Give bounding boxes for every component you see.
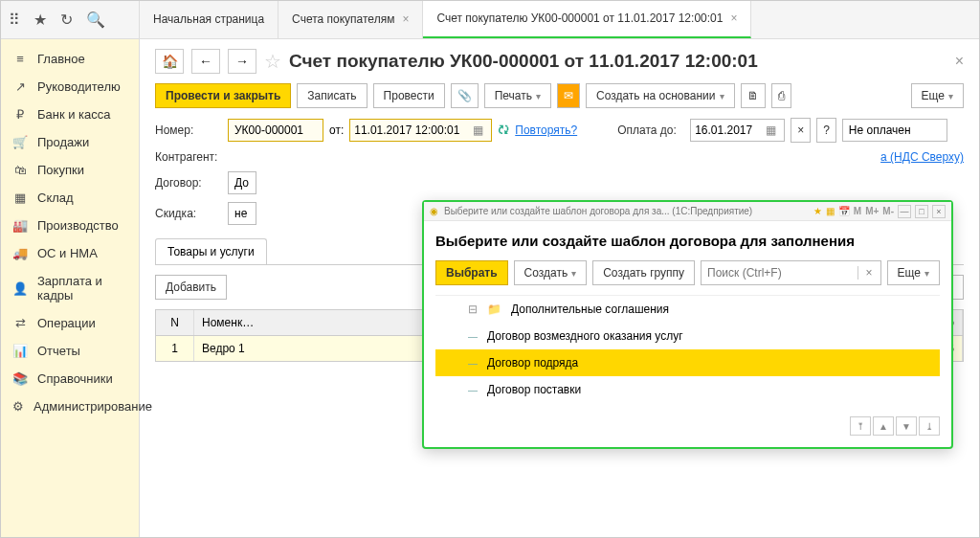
tab-label: Счет покупателю УК00-000001 от 11.01.201… (436, 11, 723, 27)
pay-date-wrap[interactable]: ▦ (690, 119, 785, 142)
m-minus-button[interactable]: M- (882, 206, 894, 216)
clip-button[interactable]: ⎙ (771, 83, 791, 108)
grid-icon: ▦ (12, 191, 28, 205)
nav-up-button[interactable]: ▲ (873, 416, 894, 436)
close-icon[interactable]: × (730, 11, 737, 27)
home-button[interactable]: 🏠 (155, 49, 184, 74)
doc-button[interactable]: 🗎 (741, 83, 766, 108)
search-icon[interactable]: 🔍 (86, 11, 105, 29)
item-icon: — (468, 358, 478, 369)
tab-invoice[interactable]: Счет покупателю УК00-000001 от 11.01.201… (423, 1, 751, 38)
col-n[interactable]: N (156, 310, 194, 335)
sidebar-item-label: Операции (37, 316, 96, 330)
tab-home[interactable]: Начальная страница (140, 1, 278, 38)
calendar-icon[interactable]: 📅 (838, 206, 850, 216)
minimize-button[interactable]: — (898, 205, 911, 218)
m-plus-button[interactable]: M+ (865, 206, 879, 216)
search-wrap: × (701, 260, 881, 285)
tab-accounts[interactable]: Счета покупателям × (278, 1, 423, 38)
sidebar-item-hr[interactable]: 👤Зарплата и кадры (1, 267, 139, 309)
close-page[interactable]: × (955, 53, 964, 70)
calc-icon[interactable]: ▦ (826, 206, 835, 216)
sidebar-item-label: ОС и НМА (37, 246, 98, 260)
vat-link[interactable]: а (НДС Сверху) (880, 150, 964, 164)
sidebar-item-refs[interactable]: 📚Справочники (1, 365, 139, 392)
back-button[interactable]: ← (191, 49, 220, 74)
dialog-more-button[interactable]: Еще (887, 260, 940, 285)
clear-search-button[interactable]: × (858, 266, 880, 280)
repeat-icon[interactable]: 🗘 (498, 123, 509, 137)
sidebar-item-warehouse[interactable]: ▦Склад (1, 184, 139, 212)
list-item-label: Договор возмездного оказания услуг (487, 329, 683, 343)
attach-button[interactable]: 📎 (451, 83, 479, 108)
number-input[interactable] (228, 119, 323, 142)
favorite-toggle[interactable]: ☆ (264, 50, 281, 73)
date-input[interactable] (354, 123, 469, 137)
calendar-icon[interactable]: ▦ (762, 123, 780, 137)
sidebar-item-production[interactable]: 🏭Производство (1, 212, 139, 239)
select-button[interactable]: Выбрать (435, 260, 508, 285)
nav-last-button[interactable]: ⤓ (919, 416, 940, 436)
contract-input[interactable] (228, 171, 256, 194)
history-icon[interactable]: ↻ (60, 11, 73, 29)
favorite-icon[interactable]: ★ (813, 206, 822, 216)
number-label: Номер: (155, 123, 222, 137)
item-icon: — (468, 385, 478, 395)
sidebar-item-operations[interactable]: ⇄Операции (1, 309, 139, 337)
sidebar-item-label: Продажи (37, 135, 89, 149)
list-item-label: Договор подряда (487, 356, 578, 370)
tab-goods[interactable]: Товары и услуги (155, 238, 267, 264)
sidebar-item-admin[interactable]: ⚙Администрирование (1, 392, 139, 420)
print-button[interactable]: Печать (484, 83, 551, 108)
maximize-button[interactable]: □ (915, 205, 928, 218)
more-button[interactable]: Еще (911, 83, 964, 108)
search-input[interactable] (702, 266, 858, 280)
sidebar-item-sales[interactable]: 🛒Продажи (1, 128, 139, 156)
list-item[interactable]: — Договор поставки (435, 376, 940, 403)
sidebar-item-bank[interactable]: ₽Банк и касса (1, 101, 139, 128)
m-button[interactable]: M (854, 206, 861, 216)
repeat-link[interactable]: Повторять? (515, 123, 577, 137)
sidebar-item-label: Покупки (37, 163, 84, 177)
list-item-selected[interactable]: — Договор подряда (435, 349, 940, 376)
nav-down-button[interactable]: ▼ (896, 416, 917, 436)
help-button[interactable]: ? (816, 118, 836, 143)
sidebar-item-assets[interactable]: 🚚ОС и НМА (1, 239, 139, 267)
date-input-wrap[interactable]: ▦ (349, 119, 492, 142)
status-input[interactable] (842, 119, 947, 142)
menu-icon: ≡ (12, 52, 28, 66)
sidebar-item-reports[interactable]: 📊Отчеты (1, 337, 139, 365)
list-folder[interactable]: ⊟📁 Дополнительные соглашения (435, 296, 940, 323)
factory-icon: 🏭 (12, 218, 28, 233)
list-item[interactable]: — Договор возмездного оказания услуг (435, 323, 940, 349)
conduct-close-button[interactable]: Провести и закрыть (155, 83, 291, 108)
star-icon[interactable]: ★ (33, 11, 47, 29)
add-row-button[interactable]: Добавить (155, 275, 227, 300)
discount-input[interactable] (228, 202, 256, 225)
conduct-button[interactable]: Провести (373, 83, 445, 108)
pay-date-input[interactable] (695, 123, 762, 137)
save-button[interactable]: Записать (297, 83, 367, 108)
close-dialog-button[interactable]: × (932, 205, 946, 218)
create-button[interactable]: Создать (514, 260, 588, 285)
apps-icon[interactable]: ⠿ (9, 11, 20, 29)
item-icon: — (468, 331, 478, 342)
email-button[interactable]: ✉ (557, 83, 580, 108)
sidebar-item-label: Руководителю (37, 79, 121, 94)
clear-date-button[interactable]: × (791, 118, 811, 143)
create-group-button[interactable]: Создать группу (592, 260, 695, 285)
cart-icon: 🛒 (12, 135, 28, 149)
forward-button[interactable]: → (228, 49, 256, 74)
calendar-icon[interactable]: ▦ (469, 123, 487, 137)
list-item-label: Договор поставки (487, 383, 581, 396)
create-based-button[interactable]: Создать на основании (586, 83, 735, 108)
nav-first-button[interactable]: ⤒ (850, 416, 871, 436)
sidebar-item-main[interactable]: ≡Главное (1, 45, 139, 73)
close-icon[interactable]: × (402, 12, 409, 28)
sidebar-item-purchases[interactable]: 🛍Покупки (1, 156, 139, 184)
tab-label: Начальная страница (153, 12, 264, 28)
minus-icon: ⊟ (468, 303, 478, 316)
dialog-title: Выберите или создайте шаблон договора дл… (435, 233, 940, 249)
contragent-label: Контрагент: (155, 150, 222, 164)
sidebar-item-manager[interactable]: ↗Руководителю (1, 73, 139, 101)
